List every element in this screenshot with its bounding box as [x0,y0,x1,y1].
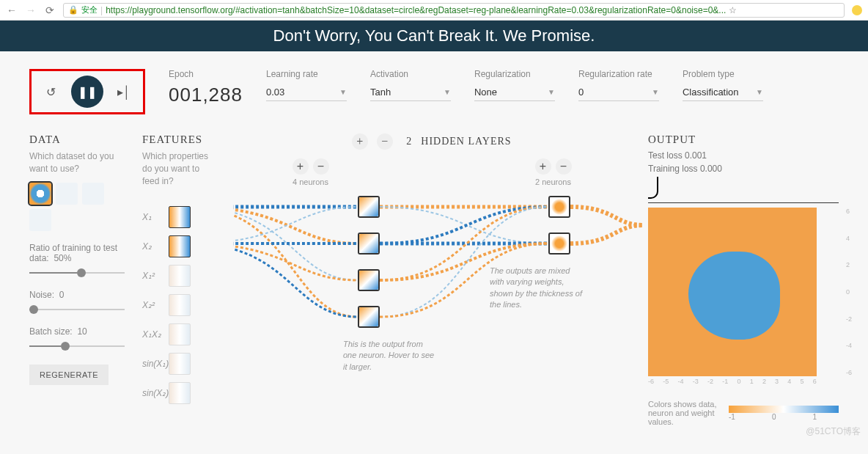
feature-x1sq[interactable] [169,265,191,287]
output-heatmap[interactable] [648,208,817,376]
network-canvas: This is the output from one neuron. Hove… [233,192,630,376]
add-neuron-l1[interactable]: + [293,158,309,175]
bookmark-icon[interactable]: ☆ [729,5,737,15]
forward-icon[interactable]: → [25,4,37,16]
remove-layer-button[interactable]: − [377,133,393,150]
feature-sinx2[interactable] [169,382,191,404]
output-title: OUTPUT [648,133,839,146]
feature-x2[interactable] [169,235,191,257]
chevron-down-icon: ▼ [756,88,763,96]
feature-label: X₂² [142,300,164,310]
neuron-l2-1[interactable] [548,196,570,218]
regenerate-button[interactable]: REGENERATE [29,365,108,385]
secure-label: 安全 [81,4,98,15]
activation-select[interactable]: Tanh▼ [370,84,451,101]
feature-label: X₁ [142,212,164,222]
noise-slider[interactable] [29,304,125,315]
loss-chart [648,177,839,203]
main-area: DATA Which dataset do you want to use? R… [0,126,868,441]
network-panel: + − 2 HIDDEN LAYERS +− 4 neurons +− 2 ne… [233,133,630,426]
ratio-value: 50% [54,253,71,263]
reg-rate-label: Regularization rate [578,69,659,79]
page-banner: Don't Worry, You Can't Break It. We Prom… [0,21,868,51]
top-controls: ↺ ❚❚ ▸│ Epoch 001,288 Learning rate 0.03… [0,51,868,126]
feature-label: sin(X₂) [142,388,164,398]
output-panel: OUTPUT Test loss 0.001 Training loss 0.0… [648,133,839,426]
chevron-down-icon: ▼ [548,88,555,96]
features-title: FEATURES [142,133,216,146]
remove-neuron-l2[interactable]: − [556,158,572,175]
train-loss: Training loss 0.000 [648,164,722,174]
problem-type-select[interactable]: Classification▼ [683,84,763,101]
neuron-l2-2[interactable] [548,233,570,255]
data-title: DATA [29,133,125,146]
feature-sinx1[interactable] [169,353,191,375]
batch-value: 10 [77,326,87,337]
test-loss: Test loss 0.001 [648,150,839,161]
add-layer-button[interactable]: + [352,133,368,150]
layer-count: 2 [406,136,412,147]
chevron-down-icon: ▼ [339,88,347,96]
neuron-l1-1[interactable] [358,196,380,218]
lock-icon: 🔒 [68,5,78,15]
neuron-l1-3[interactable] [358,269,380,291]
batch-label: Batch size: [29,326,73,337]
learning-rate-select[interactable]: 0.03▼ [266,84,347,101]
regularization-label: Regularization [474,69,555,79]
step-button[interactable]: ▸│ [114,81,134,102]
activation-label: Activation [370,69,451,79]
color-legend: Colors shows data, neuron and weight val… [648,400,839,426]
layer2-count: 2 neurons [535,177,571,186]
dataset-spiral[interactable] [29,209,51,231]
learning-rate-label: Learning rate [266,69,347,79]
ratio-slider[interactable] [29,268,125,278]
neuron-l1-2[interactable] [358,233,380,255]
chevron-down-icon: ▼ [652,88,659,96]
ratio-label: Ratio of training to test data: [29,243,117,263]
feature-label: sin(X₁) [142,359,164,369]
chevron-down-icon: ▼ [444,88,451,96]
layer1-count: 4 neurons [293,177,328,186]
regularization-select[interactable]: None▼ [474,84,555,101]
noise-label: Noise: [29,290,54,300]
feature-label: X₂ [142,241,164,252]
epoch-value: 001,288 [169,84,243,106]
epoch-block: Epoch 001,288 [169,69,243,106]
play-pause-button[interactable]: ❚❚ [71,76,103,108]
neuron-callout: This is the output from one neuron. Hove… [343,339,438,373]
browser-chrome: ← → ⟳ 🔒 安全 | https://playground.tensorfl… [0,0,868,21]
features-subtitle: Which properties do you want to feed in? [142,150,216,187]
weights-callout: The outputs are mixed with varying weigh… [490,266,585,311]
epoch-label: Epoch [169,69,243,79]
reg-rate-select[interactable]: 0▼ [578,84,659,101]
noise-value: 0 [59,290,65,300]
banner-title: Don't Worry, You Can't Break It. We Prom… [273,26,595,45]
feature-x2sq[interactable] [169,294,191,316]
dataset-circle[interactable] [29,183,51,205]
legend-text: Colors shows data, neuron and weight val… [648,400,721,426]
feature-x1x2[interactable] [169,323,191,345]
neuron-l1-4[interactable] [358,306,380,328]
y-axis: 6420-2-4-6 [846,208,852,376]
feature-x1[interactable] [169,206,191,228]
x-axis: -6-5-4-3-2-10123456 [648,378,817,385]
hidden-layers-title: HIDDEN LAYERS [421,136,511,147]
reset-button[interactable]: ↺ [40,81,61,102]
add-neuron-l2[interactable]: + [535,158,551,175]
remove-neuron-l1[interactable]: − [313,158,329,175]
features-panel: FEATURES Which properties do you want to… [142,133,216,426]
feature-label: X₁² [142,271,164,281]
problem-type-label: Problem type [683,69,763,79]
playback-controls: ↺ ❚❚ ▸│ [29,69,145,114]
extension-icon[interactable] [852,5,862,15]
batch-slider[interactable] [29,341,125,351]
data-panel: DATA Which dataset do you want to use? R… [29,133,125,426]
dataset-gauss[interactable] [82,183,104,205]
back-icon[interactable]: ← [6,4,18,16]
address-bar[interactable]: 🔒 安全 | https://playground.tensorflow.org… [63,3,845,18]
reload-icon[interactable]: ⟳ [44,4,56,16]
feature-label: X₁X₂ [142,329,164,340]
data-subtitle: Which dataset do you want to use? [29,150,125,175]
watermark: @51CTO博客 [806,425,861,438]
dataset-xor[interactable] [56,183,78,205]
